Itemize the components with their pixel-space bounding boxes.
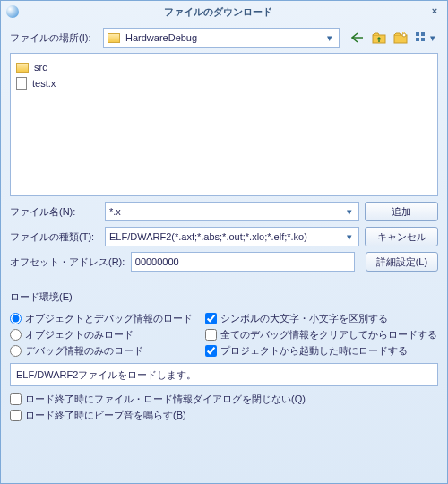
checkbox-input[interactable] [205,313,217,324]
svg-rect-3 [416,32,419,36]
checkbox-input[interactable] [205,345,217,357]
checkbox-option[interactable]: ロード終了時にファイル・ロード情報ダイアログを閉じない(Q) [10,392,438,406]
download-dialog: ファイルのダウンロード × ファイルの場所(I): HardwareDebug … [0,0,448,484]
file-name: src [34,62,47,73]
radio-input[interactable] [10,345,22,357]
nav-buttons: ▾ [349,29,438,47]
filename-value: *.x [109,206,121,217]
loadenv-label: ロード環境(E) [10,290,438,304]
filetype-combo[interactable]: ELF/DWARF2(*.axf;*.abs;*.out;*.xlo;*.elf… [105,227,359,246]
location-label: ファイルの場所(I): [10,31,99,45]
status-text: ELF/DWARF2ファイルをロードします。 [16,368,196,382]
radio-option[interactable]: デバッグ情報のみのロード [10,343,193,358]
titlebar: ファイルのダウンロード × [1,1,447,22]
checkbox-option[interactable]: シンボルの大文字・小文字を区別する [205,311,437,325]
filetype-value: ELF/DWARF2(*.axf;*.abs;*.out;*.xlo;*.elf… [109,231,307,242]
svg-rect-6 [421,38,425,41]
svg-rect-4 [421,32,425,36]
filename-row: ファイル名(N): *.x ▾ 追加 [10,202,438,221]
new-folder-button[interactable] [392,29,409,47]
view-menu-button[interactable]: ▾ [413,29,438,47]
checkbox-option[interactable]: プロジェクトから起動した時にロードする [205,343,437,358]
radio-input[interactable] [10,329,22,341]
list-item[interactable]: test.x [16,75,432,91]
filename-label: ファイル名(N): [10,205,99,219]
radio-option[interactable]: オブジェクトのみロード [10,327,193,341]
filetype-row: ファイルの種類(T): ELF/DWARF2(*.axf;*.abs;*.out… [10,227,438,246]
checkbox-option[interactable]: ロード終了時にビープ音を鳴らす(B) [10,408,438,422]
radio-input[interactable] [10,313,22,324]
radio-column: オブジェクトとデバッグ情報のロード オブジェクトのみロード デバッグ情報のみのロ… [10,311,193,358]
offset-label: オフセット・アドレス(R): [10,255,125,269]
file-icon [16,77,27,90]
cancel-button[interactable]: キャンセル [365,227,438,246]
radio-option[interactable]: オブジェクトとデバッグ情報のロード [10,311,193,325]
filename-input[interactable]: *.x ▾ [105,202,359,221]
folder-icon [108,33,120,43]
list-item[interactable]: src [16,59,432,75]
checkbox-input[interactable] [205,329,217,341]
file-name: test.x [32,78,56,89]
checkbox-column: シンボルの大文字・小文字を区別する 全てのデバッグ情報をクリアしてからロードする… [205,311,437,358]
folder-icon [16,63,29,73]
location-value: HardwareDebug [125,32,197,43]
window-title: ファイルのダウンロード [26,5,409,19]
checkbox-input[interactable] [10,410,22,421]
chevron-down-icon[interactable]: ▾ [323,30,337,45]
chevron-down-icon[interactable]: ▾ [342,229,357,244]
back-button[interactable] [349,29,366,47]
checkbox-input[interactable] [10,393,22,405]
offset-row: オフセット・アドレス(R): 00000000 詳細設定(L) [10,252,438,272]
close-icon[interactable]: × [427,4,442,19]
loadenv-group: オブジェクトとデバッグ情報のロード オブジェクトのみロード デバッグ情報のみのロ… [10,311,438,358]
status-box: ELF/DWARF2ファイルをロードします。 [10,363,438,386]
footer-checks: ロード終了時にファイル・ロード情報ダイアログを閉じない(Q) ロード終了時にビー… [10,392,438,422]
offset-value: 00000000 [135,256,179,267]
up-folder-button[interactable] [370,29,388,47]
add-button[interactable]: 追加 [365,202,438,221]
chevron-down-icon: ▾ [430,32,435,44]
detail-button[interactable]: 詳細設定(L) [366,252,438,272]
file-list[interactable]: src test.x [10,53,438,196]
svg-rect-5 [416,38,419,41]
filetype-label: ファイルの種類(T): [10,230,99,244]
location-row: ファイルの場所(I): HardwareDebug ▾ ▾ [10,28,438,48]
location-combo[interactable]: HardwareDebug ▾ [103,28,340,48]
chevron-down-icon[interactable]: ▾ [342,204,357,219]
divider [10,281,438,281]
offset-input[interactable]: 00000000 [131,252,355,272]
app-icon [6,5,19,18]
checkbox-option[interactable]: 全てのデバッグ情報をクリアしてからロードする [205,327,437,341]
